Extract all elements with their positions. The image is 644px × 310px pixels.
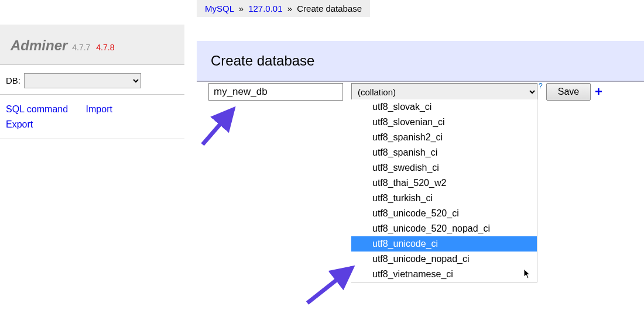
app-version-new[interactable]: 4.7.8 <box>96 43 114 52</box>
annotation-arrow-icon <box>198 102 245 149</box>
link-import[interactable]: Import <box>86 104 112 114</box>
app-title: Adminer <box>11 37 67 53</box>
collation-option[interactable]: utf8_slovak_ci <box>351 99 537 115</box>
add-button[interactable]: + <box>595 84 602 99</box>
collation-option[interactable]: utf8_vietnamese_ci <box>351 267 537 282</box>
collation-dropdown-list[interactable]: utf8_slovak_ci utf8_slovenian_ci utf8_sp… <box>351 99 537 283</box>
collation-option[interactable]: utf8_turkish_ci <box>351 191 537 206</box>
db-label: DB: <box>6 75 20 85</box>
create-db-form: (collation) ? Save + <box>208 83 343 101</box>
page-title: Create database <box>197 41 644 82</box>
sidebar-title-block: Adminer 4.7.7 4.7.8 <box>0 25 184 65</box>
svg-line-1 <box>307 268 352 303</box>
collation-option[interactable]: utf8_unicode_nopad_ci <box>351 252 537 267</box>
link-export[interactable]: Export <box>6 119 33 129</box>
breadcrumb-sep: » <box>237 4 246 13</box>
collation-select[interactable]: (collation) <box>351 83 537 101</box>
save-button[interactable]: Save <box>546 83 591 101</box>
collation-option[interactable]: utf8_unicode_520_ci <box>351 206 537 221</box>
collation-help-link[interactable]: ? <box>539 82 543 90</box>
collation-option[interactable]: utf8_unicode_520_nopad_ci <box>351 221 537 236</box>
collation-option[interactable]: utf8_spanish_ci <box>351 145 537 160</box>
collation-option-selected[interactable]: utf8_unicode_ci <box>351 236 537 252</box>
app-version: 4.7.7 <box>72 43 90 52</box>
database-name-input[interactable] <box>208 83 343 101</box>
breadcrumb: MySQL » 127.0.01 » Create database <box>197 0 370 17</box>
db-select[interactable] <box>24 73 141 88</box>
collation-option[interactable]: utf8_spanish2_ci <box>351 130 537 145</box>
db-selector-row: DB: <box>0 65 184 95</box>
breadcrumb-sep: » <box>285 4 294 13</box>
breadcrumb-host[interactable]: 127.0.01 <box>248 4 282 13</box>
breadcrumb-current: Create database <box>297 4 362 13</box>
svg-line-0 <box>203 109 233 144</box>
collation-option[interactable]: utf8_thai_520_w2 <box>351 175 537 191</box>
sidebar: Adminer 4.7.7 4.7.8 DB: SQL command Impo… <box>0 25 184 139</box>
sidebar-links: SQL command Import Export <box>0 95 184 139</box>
collation-option[interactable]: utf8_swedish_ci <box>351 160 537 175</box>
collation-option[interactable]: utf8_slovenian_ci <box>351 115 537 130</box>
link-sql-command[interactable]: SQL command <box>6 104 68 114</box>
breadcrumb-driver[interactable]: MySQL <box>205 4 234 13</box>
